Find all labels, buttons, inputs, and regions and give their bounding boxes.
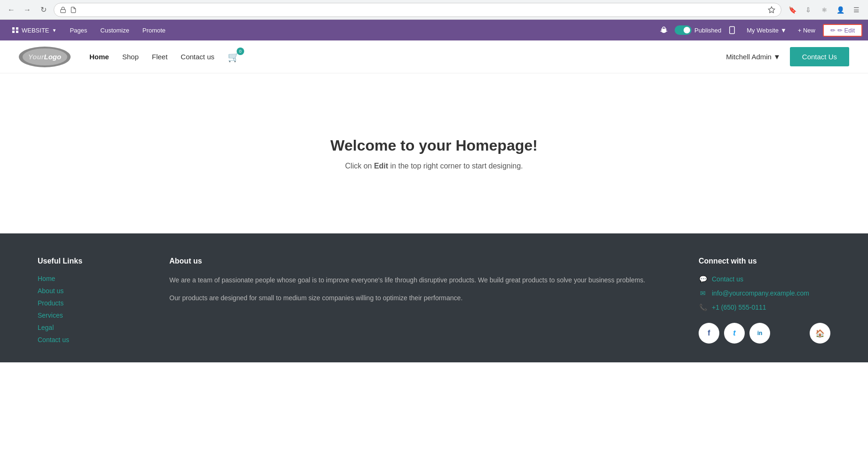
toggle-switch[interactable]	[675, 25, 692, 35]
facebook-button[interactable]: f	[699, 323, 719, 344]
useful-links-heading: Useful Links	[38, 257, 141, 265]
connect-contact-us[interactable]: 💬 Contact us	[699, 275, 830, 283]
linkedin-button[interactable]: in	[749, 323, 770, 344]
grid-icon	[12, 27, 19, 33]
cart-icon[interactable]: 🛒 0	[228, 51, 239, 63]
svg-marker-1	[768, 7, 774, 13]
logo-your: Your	[28, 53, 44, 61]
home-social-button[interactable]: 🏠	[810, 323, 830, 344]
connect-email[interactable]: ✉ info@yourcompany.example.com	[699, 289, 830, 297]
phone-icon: 📞	[699, 303, 707, 312]
admin-toolbar-right: Published My Website ▼ + New ✏ ✏ Edit	[657, 24, 862, 37]
twitter-button[interactable]: t	[724, 323, 745, 344]
pocket-button[interactable]: 🔖	[786, 4, 798, 16]
connect-phone[interactable]: 📞 +1 (650) 555-0111	[699, 303, 830, 312]
my-website-arrow: ▼	[780, 27, 787, 34]
hero-title-suffix: !	[533, 137, 538, 154]
download-button[interactable]: ⇩	[802, 4, 814, 16]
footer-link-legal[interactable]: Legal	[38, 324, 141, 331]
website-label: WEBSITE	[22, 27, 49, 34]
connect-phone-label: +1 (650) 555-0111	[712, 304, 766, 311]
edit-button[interactable]: ✏ ✏ Edit	[823, 24, 862, 37]
contact-us-button[interactable]: Contact Us	[790, 47, 849, 66]
svg-rect-2	[730, 27, 735, 34]
hero-subtitle-bold: Edit	[374, 162, 388, 170]
website-menu[interactable]: WEBSITE ▼	[6, 20, 63, 40]
forward-button[interactable]: →	[22, 4, 33, 16]
footer-link-home[interactable]: Home	[38, 275, 141, 282]
nav-contact-us[interactable]: Contact us	[181, 53, 215, 61]
lock-icon	[60, 7, 66, 13]
customize-label: Customize	[100, 27, 129, 34]
mobile-icon	[728, 26, 736, 34]
footer-about-text: We are a team of passionate people whose…	[169, 275, 670, 304]
website-arrow: ▼	[52, 28, 57, 33]
star-icon[interactable]	[768, 6, 775, 14]
refresh-button[interactable]: ↻	[38, 4, 49, 16]
published-toggle[interactable]: Published	[675, 25, 721, 35]
my-website-label: My Website	[747, 27, 779, 34]
back-button[interactable]: ←	[6, 4, 17, 16]
extensions-button[interactable]: ⚛	[818, 4, 830, 16]
my-website-button[interactable]: My Website ▼	[743, 27, 790, 34]
admin-toolbar-left: WEBSITE ▼ Pages Customize Promote	[6, 20, 657, 40]
profile-button[interactable]: 👤	[834, 4, 846, 16]
site-header: YourLogo Home Shop Fleet Contact us 🛒 0 …	[0, 40, 868, 73]
user-name-text: Mitchell Admin	[726, 53, 772, 61]
user-arrow: ▼	[773, 53, 780, 61]
chat-icon: 💬	[699, 275, 707, 283]
footer-connect-section: Connect with us 💬 Contact us ✉ info@your…	[699, 257, 830, 344]
pages-menu[interactable]: Pages	[63, 20, 94, 40]
connect-contact-label: Contact us	[712, 275, 743, 283]
edit-label: ✏ Edit	[837, 27, 855, 34]
browser-chrome: ← → ↻ localhost:8015 🔖 ⇩ ⚛ 👤 ☰	[0, 0, 868, 20]
nav-shop[interactable]: Shop	[122, 53, 139, 61]
footer-useful-links-section: Useful Links Home About us Products Serv…	[38, 257, 141, 344]
address-bar[interactable]: localhost:8015	[54, 3, 781, 17]
edit-icon: ✏	[830, 27, 836, 34]
cart-badge: 0	[237, 48, 244, 55]
menu-button[interactable]: ☰	[850, 4, 862, 16]
pages-label: Pages	[70, 27, 87, 34]
toggle-slider	[675, 25, 692, 35]
hero-title: Welcome to your Homepage!	[330, 137, 537, 154]
hero-subtitle-suffix: in the top right corner to start designi…	[388, 162, 523, 170]
logo-text: YourLogo	[28, 53, 61, 61]
contact-us-label: Contact Us	[802, 53, 837, 61]
bug-button[interactable]	[657, 26, 671, 34]
user-name[interactable]: Mitchell Admin ▼	[726, 53, 780, 61]
header-right: Mitchell Admin ▼ Contact Us	[726, 47, 849, 66]
footer-grid: Useful Links Home About us Products Serv…	[38, 257, 830, 344]
hero-content: Welcome to your Homepage! Click on Edit …	[321, 109, 547, 199]
footer-link-contact[interactable]: Contact us	[38, 336, 141, 344]
about-heading: About us	[169, 257, 670, 265]
logo-area: YourLogo	[19, 47, 71, 67]
published-label: Published	[694, 27, 721, 34]
promote-menu[interactable]: Promote	[136, 20, 172, 40]
mobile-preview-button[interactable]	[725, 26, 739, 34]
site-nav: Home Shop Fleet Contact us 🛒 0	[89, 51, 726, 63]
footer-link-products[interactable]: Products	[38, 299, 141, 307]
nav-home[interactable]: Home	[89, 53, 109, 61]
page-icon	[70, 7, 77, 13]
nav-fleet[interactable]: Fleet	[152, 53, 167, 61]
admin-toolbar: WEBSITE ▼ Pages Customize Promote Publis…	[0, 20, 868, 40]
logo-oval-inner: YourLogo	[23, 48, 67, 65]
hero-subtitle-prefix: Click on	[345, 162, 374, 170]
footer-link-about[interactable]: About us	[38, 287, 141, 295]
url-input[interactable]: localhost:8015	[80, 6, 764, 13]
hero-title-prefix: Welcome to your	[330, 137, 455, 154]
footer-about-section: About us We are a team of passionate peo…	[169, 257, 670, 344]
footer-link-services[interactable]: Services	[38, 312, 141, 319]
connect-links: 💬 Contact us ✉ info@yourcompany.example.…	[699, 275, 830, 312]
svg-rect-0	[61, 9, 66, 12]
connect-heading: Connect with us	[699, 257, 830, 265]
email-icon: ✉	[699, 289, 707, 297]
hero-title-bold: Homepage	[455, 137, 533, 154]
about-text-2: Our products are designed for small to m…	[169, 293, 670, 303]
new-button[interactable]: + New	[794, 27, 819, 34]
connect-email-label: info@yourcompany.example.com	[712, 289, 809, 297]
customize-menu[interactable]: Customize	[94, 20, 135, 40]
logo-logo: Logo	[44, 53, 61, 61]
promote-label: Promote	[143, 27, 166, 34]
